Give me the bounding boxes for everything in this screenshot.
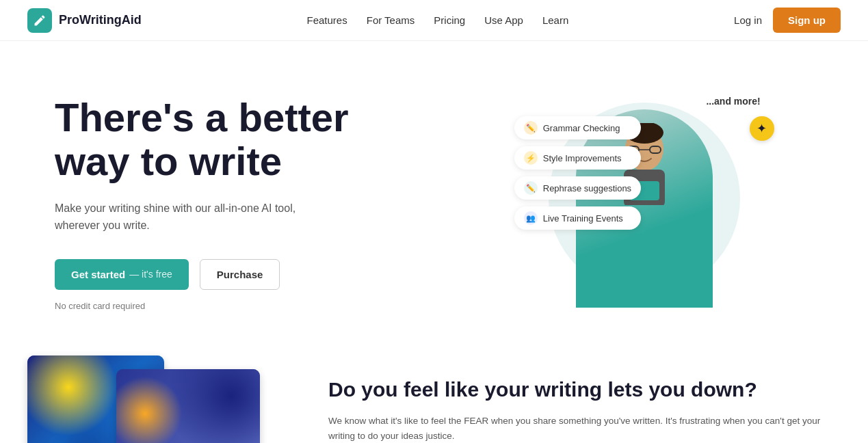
hero-illustration: ✏️ Grammar Checking ⚡ Style Improvements… [521, 89, 767, 308]
navbar: ProWritingAid Features For Teams Pricing… [0, 0, 868, 41]
hero-title: There's a better way to write [55, 96, 448, 183]
painting-collage: My idea in my head [27, 355, 260, 443]
hero-content: There's a better way to write Make your … [55, 82, 448, 311]
hero-section: There's a better way to write Make your … [0, 41, 868, 342]
style-icon: ⚡ [524, 151, 538, 165]
no-credit-text: No credit card required [55, 301, 448, 311]
grammar-label: Grammar Checking [543, 123, 620, 133]
nav-for-teams[interactable]: For Teams [367, 14, 415, 26]
nav-pricing[interactable]: Pricing [434, 14, 465, 26]
hero-illustration-area: ✏️ Grammar Checking ⚡ Style Improvements… [448, 82, 841, 314]
paint-swirl-2 [116, 369, 260, 443]
style-label: Style Improvements [543, 153, 622, 163]
training-icon: 👥 [524, 211, 538, 225]
rephrase-icon: ✏️ [524, 181, 538, 195]
paint-card-2 [116, 369, 260, 443]
pill-style: ⚡ Style Improvements [514, 146, 641, 170]
signup-button[interactable]: Sign up [773, 8, 841, 33]
pill-rephrase: ✏️ Rephrase suggestions [514, 176, 641, 200]
star-badge: ✦ [750, 116, 774, 141]
logo[interactable]: ProWritingAid [27, 8, 142, 33]
purchase-button[interactable]: Purchase [200, 259, 280, 290]
nav-use-app[interactable]: Use App [484, 14, 523, 26]
nav-learn[interactable]: Learn [542, 14, 568, 26]
nav-actions: Log in Sign up [734, 8, 841, 33]
nav-features[interactable]: Features [307, 14, 347, 26]
grammar-icon: ✏️ [524, 121, 538, 135]
hero-subtitle: Make your writing shine with our all-in-… [55, 200, 315, 234]
section-two-content: Do you feel like your writing lets you d… [328, 355, 841, 443]
hero-buttons: Get started — it's free Purchase [55, 259, 448, 290]
brand-name: ProWritingAid [59, 13, 142, 27]
rephrase-label: Rephrase suggestions [543, 183, 631, 193]
painting-area: My idea in my head [27, 355, 287, 443]
training-label: Live Training Events [543, 213, 623, 224]
free-label: — it's free [129, 269, 172, 280]
logo-icon [27, 8, 52, 33]
feature-pills: ✏️ Grammar Checking ⚡ Style Improvements… [514, 116, 641, 230]
section-two-text: We know what it's like to feel the FEAR … [328, 414, 841, 443]
pill-training: 👥 Live Training Events [514, 206, 641, 230]
pill-grammar: ✏️ Grammar Checking [514, 116, 641, 139]
section-two-title: Do you feel like your writing lets you d… [328, 376, 841, 403]
get-started-label: Get started [71, 269, 125, 280]
get-started-button[interactable]: Get started — it's free [55, 259, 189, 290]
login-button[interactable]: Log in [734, 14, 762, 26]
section-two: My idea in my head Do you feel like your… [0, 342, 868, 443]
nav-links: Features For Teams Pricing Use App Learn [307, 14, 569, 27]
more-label: ...and more! [706, 96, 760, 107]
